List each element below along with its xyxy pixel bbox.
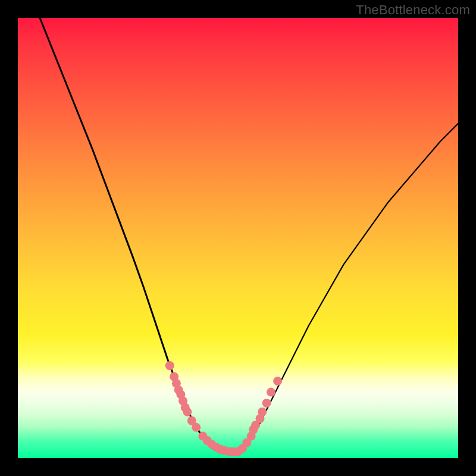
watermark-label: TheBottleneck.com bbox=[356, 2, 470, 18]
data-point bbox=[273, 377, 282, 386]
chart-frame: TheBottleneck.com bbox=[0, 0, 476, 476]
data-point bbox=[267, 388, 275, 397]
data-point bbox=[262, 399, 271, 408]
plot-area bbox=[18, 18, 458, 458]
data-point bbox=[183, 408, 192, 416]
data-point bbox=[258, 408, 267, 416]
data-point bbox=[165, 361, 174, 370]
curve-segment bbox=[238, 124, 458, 452]
bottleneck-curve bbox=[18, 18, 458, 458]
curve-segment bbox=[40, 18, 214, 449]
data-point bbox=[192, 423, 201, 432]
